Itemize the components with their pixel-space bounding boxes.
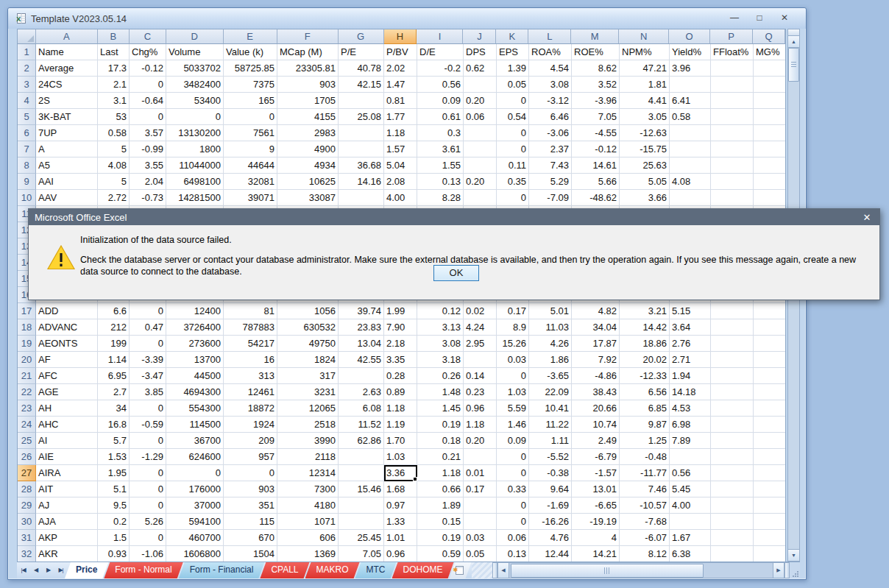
cell-L32[interactable]: 12.44	[529, 546, 572, 562]
cell-H4[interactable]: 0.81	[384, 93, 417, 109]
row-header-32[interactable]: 32	[18, 546, 36, 562]
cell-J4[interactable]: 0.20	[464, 93, 497, 109]
cell-B6[interactable]: 0.58	[98, 125, 130, 141]
cell-G19[interactable]: 13.04	[339, 336, 384, 352]
cell-C29[interactable]: 0	[130, 497, 166, 514]
cell-E9[interactable]: 32081	[224, 174, 277, 190]
cell-A30[interactable]: AJA	[36, 514, 98, 530]
cell-D20[interactable]: 13700	[166, 352, 224, 368]
cell-M18[interactable]: 34.04	[572, 319, 620, 336]
column-header-A[interactable]: A	[36, 29, 98, 44]
cell-P24[interactable]	[711, 417, 754, 433]
cell-Q19[interactable]	[754, 336, 786, 352]
cell-G21[interactable]	[339, 368, 384, 384]
cell-K31[interactable]: 0.06	[497, 530, 529, 546]
cell-E6[interactable]: 7561	[224, 125, 277, 141]
cell-M32[interactable]: 14.21	[572, 546, 620, 562]
cell-D28[interactable]: 176000	[166, 481, 224, 497]
cell-A9[interactable]: AAI	[36, 174, 98, 190]
cell-J28[interactable]: 0.17	[464, 481, 497, 497]
cell-A25[interactable]: AI	[36, 433, 98, 449]
cell-B9[interactable]: 5	[98, 174, 130, 190]
cell-I6[interactable]: 0.3	[417, 125, 464, 141]
cell-G5[interactable]: 25.08	[339, 109, 384, 125]
cell-A7[interactable]: A	[36, 141, 98, 157]
cell-O8[interactable]	[670, 157, 711, 174]
cell-O4[interactable]: 6.41	[670, 93, 711, 109]
cell-E7[interactable]: 9	[224, 141, 277, 157]
cell-P32[interactable]	[711, 546, 754, 562]
cell-K25[interactable]: 0.09	[497, 433, 529, 449]
cell-K18[interactable]: 8.9	[497, 319, 529, 336]
cell-N6[interactable]: -12.63	[620, 125, 670, 141]
cell-M7[interactable]: -0.12	[572, 141, 620, 157]
cell-I2[interactable]: -0.2	[417, 60, 464, 77]
cell-B8[interactable]: 4.08	[98, 157, 130, 174]
cell-K24[interactable]: 1.46	[497, 417, 529, 433]
scroll-up-icon[interactable]: ▲	[788, 36, 799, 48]
cell-M17[interactable]: 4.82	[572, 303, 620, 319]
cell-N10[interactable]: 3.66	[620, 190, 670, 206]
cell-H22[interactable]: 0.89	[384, 384, 417, 400]
tab-nav-first-icon[interactable]: |◀	[17, 562, 29, 578]
cell-G7[interactable]	[339, 141, 384, 157]
cell-B23[interactable]: 34	[98, 400, 130, 417]
column-header-J[interactable]: J	[463, 29, 496, 44]
row-header-23[interactable]: 23	[18, 400, 36, 417]
cell-F10[interactable]: 33087	[277, 190, 339, 206]
cell-C28[interactable]: 0	[130, 481, 166, 497]
row-header-17[interactable]: 17	[18, 303, 36, 319]
cell-N31[interactable]: -6.07	[620, 530, 670, 546]
cell-B7[interactable]: 5	[98, 141, 130, 157]
cell-L1[interactable]: ROA%	[529, 44, 572, 60]
cell-F7[interactable]: 4900	[277, 141, 339, 157]
cell-D27[interactable]: 0	[166, 465, 224, 481]
cell-D6[interactable]: 13130200	[166, 125, 224, 141]
cell-F27[interactable]: 12314	[277, 465, 339, 481]
cell-F1[interactable]: MCap (M)	[277, 44, 339, 60]
column-header-C[interactable]: C	[130, 29, 166, 44]
cell-G29[interactable]	[339, 497, 384, 514]
cell-K32[interactable]: 0.13	[497, 546, 529, 562]
cell-B31[interactable]: 1.5	[98, 530, 130, 546]
cell-O9[interactable]: 4.08	[670, 174, 711, 190]
column-header-G[interactable]: G	[339, 29, 384, 44]
cell-N20[interactable]: 20.02	[620, 352, 670, 368]
cell-D29[interactable]: 37000	[166, 497, 224, 514]
cell-G8[interactable]: 36.68	[339, 157, 384, 174]
cell-H18[interactable]: 7.90	[384, 319, 417, 336]
cell-N1[interactable]: NPM%	[620, 44, 670, 60]
cell-J30[interactable]	[464, 514, 497, 530]
cell-O22[interactable]: 14.18	[670, 384, 711, 400]
cell-N30[interactable]: -7.68	[620, 514, 670, 530]
column-header-M[interactable]: M	[571, 29, 619, 44]
cell-P2[interactable]	[711, 60, 754, 77]
cell-C27[interactable]: 0	[130, 465, 166, 481]
cell-J8[interactable]	[464, 157, 497, 174]
cell-H27[interactable]: 3.36	[384, 465, 417, 481]
cell-F22[interactable]: 3231	[277, 384, 339, 400]
cell-Q22[interactable]	[754, 384, 786, 400]
cell-G24[interactable]: 11.52	[339, 417, 384, 433]
cell-Q21[interactable]	[754, 368, 786, 384]
cell-E24[interactable]: 1924	[224, 417, 277, 433]
row-header-4[interactable]: 4	[18, 93, 36, 109]
cell-H1[interactable]: P/BV	[384, 44, 417, 60]
cell-F17[interactable]: 1056	[277, 303, 339, 319]
cell-J22[interactable]: 0.23	[464, 384, 497, 400]
row-header-29[interactable]: 29	[18, 497, 36, 514]
cell-F20[interactable]: 1824	[277, 352, 339, 368]
cell-F28[interactable]: 7300	[277, 481, 339, 497]
cell-Q7[interactable]	[754, 141, 786, 157]
cell-F30[interactable]: 1071	[277, 514, 339, 530]
cell-F4[interactable]: 1705	[277, 93, 339, 109]
cell-D24[interactable]: 114500	[166, 417, 224, 433]
cell-A22[interactable]: AGE	[36, 384, 98, 400]
horizontal-scroll-thumb[interactable]	[511, 564, 704, 578]
cell-N5[interactable]: 3.05	[620, 109, 670, 125]
cell-G10[interactable]	[339, 190, 384, 206]
cell-F29[interactable]: 4180	[277, 497, 339, 514]
cell-C32[interactable]: -1.06	[130, 546, 166, 562]
cell-B32[interactable]: 0.93	[98, 546, 130, 562]
cell-O19[interactable]: 2.76	[670, 336, 711, 352]
